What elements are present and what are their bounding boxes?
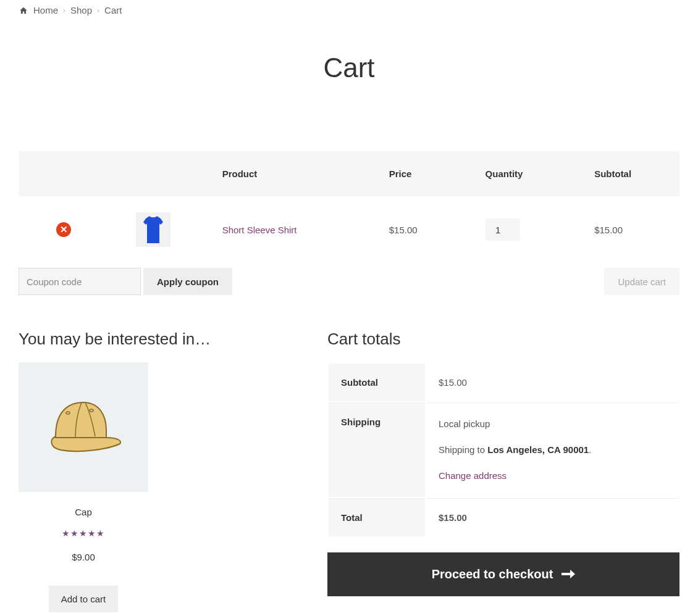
home-icon: [19, 6, 28, 15]
col-remove-header: [19, 151, 96, 196]
interested-heading: You may be interested in…: [19, 330, 290, 349]
product-name-link[interactable]: Short Sleeve Shirt: [222, 225, 297, 235]
add-to-cart-button[interactable]: Add to cart: [49, 586, 119, 612]
chevron-right-icon: ›: [97, 6, 99, 15]
total-label: Total: [329, 498, 425, 536]
cap-icon: [43, 393, 124, 461]
upsell-price: $9.00: [19, 552, 148, 562]
remove-item-button[interactable]: ✕: [56, 222, 71, 237]
update-cart-button[interactable]: Update cart: [604, 268, 679, 295]
apply-coupon-button[interactable]: Apply coupon: [143, 268, 232, 295]
page-title: Cart: [19, 52, 679, 83]
breadcrumb-shop[interactable]: Shop: [70, 5, 92, 15]
product-thumbnail[interactable]: [136, 212, 170, 247]
col-thumbnail-header: [96, 151, 211, 196]
breadcrumb: Home › Shop › Cart: [19, 5, 679, 15]
chevron-right-icon: ›: [63, 6, 65, 15]
close-icon: ✕: [60, 224, 68, 235]
col-product-header: Product: [211, 151, 378, 196]
item-subtotal: $15.00: [583, 196, 679, 263]
upsell-name: Cap: [19, 507, 148, 517]
cart-totals-heading: Cart totals: [327, 330, 679, 349]
shipping-method: Local pickup: [439, 417, 666, 431]
subtotal-value: $15.00: [426, 364, 678, 401]
coupon-code-input[interactable]: [19, 268, 141, 295]
arrow-right-icon: [561, 567, 575, 581]
shirt-icon: [141, 215, 166, 244]
quantity-input[interactable]: [486, 219, 520, 241]
change-address-link[interactable]: Change address: [439, 470, 507, 481]
cart-actions: Apply coupon Update cart: [19, 268, 679, 295]
col-quantity-header: Quantity: [474, 151, 584, 196]
subtotal-label: Subtotal: [329, 364, 425, 401]
breadcrumb-current: Cart: [104, 5, 122, 15]
cart-row: ✕ Short Sleeve Shirt $15.00: [19, 196, 679, 263]
col-subtotal-header: Subtotal: [583, 151, 679, 196]
shipping-label: Shipping: [329, 402, 425, 497]
upsell-product[interactable]: Cap ★★★★★ $9.00 Add to cart: [19, 362, 148, 612]
proceed-to-checkout-button[interactable]: Proceed to checkout: [327, 552, 679, 596]
shipping-destination: Shipping to Los Angeles, CA 90001.: [439, 443, 666, 457]
breadcrumb-home[interactable]: Home: [33, 5, 58, 15]
rating-stars: ★★★★★: [19, 528, 148, 538]
col-price-header: Price: [378, 151, 474, 196]
cart-table: Product Price Quantity Subtotal ✕: [19, 151, 679, 263]
upsell-thumbnail: [19, 362, 148, 492]
cart-totals-table: Subtotal $15.00 Shipping Local pickup Sh…: [327, 362, 679, 538]
item-price: $15.00: [378, 196, 474, 263]
total-value: $15.00: [426, 498, 678, 536]
svg-rect-2: [561, 573, 571, 575]
